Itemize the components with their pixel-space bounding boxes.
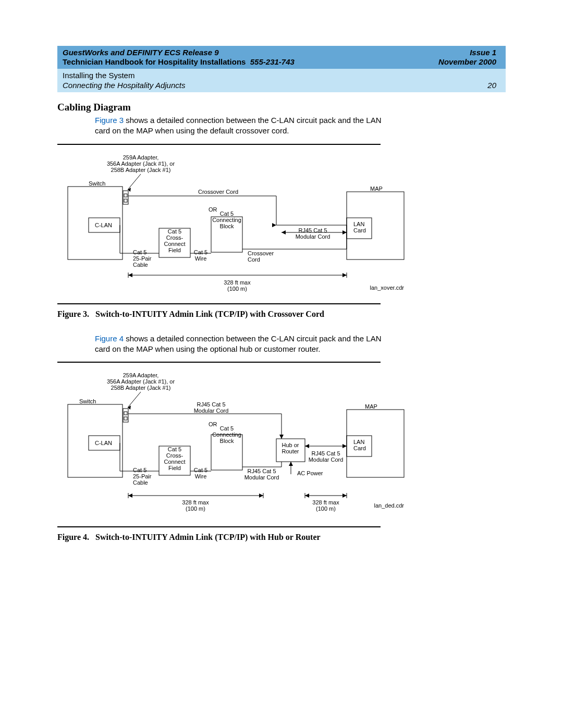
fig3-wire1: Cat 5 xyxy=(194,249,207,255)
document-page: GuestWorks and DEFINITY ECS Release 9 Is… xyxy=(0,0,563,588)
fig3-or: OR xyxy=(209,206,217,213)
fig4-title: Switch-to-INTUITY Admin Link (TCP/IP) wi… xyxy=(95,533,321,541)
horizontal-rule xyxy=(57,144,381,145)
svg-marker-56 xyxy=(128,493,132,498)
fig4-label: Figure 4. xyxy=(57,533,89,541)
svg-rect-32 xyxy=(124,417,127,420)
figure4-ref-link[interactable]: Figure 4 xyxy=(95,334,124,343)
fig3-switch: Switch xyxy=(89,180,105,187)
svg-marker-47 xyxy=(289,462,293,466)
fig4-modcord2: Modular Cord xyxy=(194,408,229,414)
fig4-dist1: 328 ft max xyxy=(182,499,209,505)
fig4-cc2: Cross- xyxy=(166,452,183,459)
fig4-acpower: AC Power xyxy=(297,470,323,476)
svg-marker-27 xyxy=(342,273,347,277)
fig3-xover2: Cord xyxy=(248,256,260,263)
paragraph-figure4-intro: Figure 4 shows a detailed connection bet… xyxy=(95,334,397,355)
fig3-cc3: Connect xyxy=(164,241,186,247)
fig3-rj45b: Modular Cord xyxy=(296,233,331,240)
fig4-adapter2: 356A Adapter (Jack #1), or xyxy=(107,378,175,385)
fig3-dist1: 328 ft max xyxy=(224,279,251,286)
fig3-cat5-c: Block xyxy=(220,223,234,229)
svg-marker-20 xyxy=(342,230,347,235)
fig3-cable2: 25-Pair xyxy=(133,255,152,262)
fig4-clan: C-LAN xyxy=(95,440,112,446)
svg-marker-50 xyxy=(342,444,347,448)
horizontal-rule xyxy=(57,362,381,363)
fig3-filename: lan_xover.cdr xyxy=(370,285,405,291)
fig4-cable2: 25-Pair xyxy=(133,473,152,479)
fig4-or: OR xyxy=(209,421,217,427)
fig4-rj45b: Modular Cord xyxy=(309,456,344,463)
header-row-subtitle: Technician Handbook for Hospitality Inst… xyxy=(57,57,506,69)
header-row-section: Connecting the Hospitality Adjuncts 20 xyxy=(57,80,506,92)
fig3-cable3: Cable xyxy=(133,262,148,268)
fig4-map: MAP xyxy=(365,403,377,410)
fig3-clan: C-LAN xyxy=(95,222,112,228)
svg-marker-26 xyxy=(128,273,132,277)
fig4-rj45a: RJ45 Cat 5 xyxy=(311,450,340,456)
fig4-switch: Switch xyxy=(79,398,96,404)
fig3-cable1: Cat 5 xyxy=(133,249,146,255)
svg-marker-57 xyxy=(259,493,263,498)
fig4-filename: lan_ded.cdr xyxy=(374,502,405,509)
fig3-crossover-label: Crossover Cord xyxy=(198,189,238,195)
svg-rect-3 xyxy=(124,194,127,197)
paragraph-figure4-rest: shows a detailed connection between the … xyxy=(95,334,381,353)
svg-marker-49 xyxy=(305,444,309,448)
svg-marker-61 xyxy=(305,493,309,498)
fig4-cat5-b: Connecting xyxy=(212,431,241,438)
fig3-cc1: Cat 5 xyxy=(168,228,181,235)
figure3-caption: Figure 3. Switch-to-INTUITY Admin Link (… xyxy=(57,310,506,319)
handbook-subtitle: Technician Handbook for Hospitality Inst… xyxy=(63,57,295,66)
fig3-adapter1: 259A Adapter, xyxy=(123,154,159,161)
paragraph-figure3-intro: Figure 3 shows a detailed connection bet… xyxy=(95,115,397,137)
fig3-label: Figure 3. xyxy=(57,310,89,318)
page-header: GuestWorks and DEFINITY ECS Release 9 Is… xyxy=(57,46,506,92)
fig4-dist1b: 328 ft max xyxy=(312,499,339,505)
fig3-wire2: Wire xyxy=(195,255,207,262)
section-path: Connecting the Hospitality Adjuncts xyxy=(63,81,185,90)
svg-line-33 xyxy=(128,392,141,408)
fig4-cable1: Cat 5 xyxy=(133,467,146,473)
header-row-chapter: Installing the System xyxy=(57,69,506,80)
fig4-dist2: (100 m) xyxy=(186,505,205,512)
fig4-cc1: Cat 5 xyxy=(168,446,181,452)
fig3-adapter3: 258B Adapter (Jack #1) xyxy=(111,167,171,173)
paragraph-figure3-rest: shows a detailed connection between the … xyxy=(95,116,381,135)
fig3-rj45a: RJ45 Cat 5 xyxy=(298,227,327,233)
page-number: 20 xyxy=(487,81,496,90)
horizontal-rule xyxy=(57,303,381,304)
fig3-xover1: Crossover xyxy=(248,250,274,256)
issue-number: Issue 1 xyxy=(470,48,496,57)
fig4-hub1: Hub or xyxy=(282,442,299,448)
svg-marker-10 xyxy=(272,223,276,227)
svg-marker-19 xyxy=(282,230,286,235)
figure3-ref-link[interactable]: Figure 3 xyxy=(95,116,124,125)
svg-marker-62 xyxy=(342,493,347,498)
doc-number: 555-231-743 xyxy=(250,57,295,66)
fig4-modcordb2: Modular Cord xyxy=(244,474,279,480)
fig4-cc4: Field xyxy=(168,465,181,471)
fig4-lan1: LAN xyxy=(353,439,364,445)
fig4-hub2: Router xyxy=(282,448,299,454)
fig4-modcord1: RJ45 Cat 5 xyxy=(197,401,225,408)
fig4-wire2: Wire xyxy=(195,473,207,479)
svg-line-5 xyxy=(128,174,141,190)
chapter-title: Installing the System xyxy=(63,71,134,80)
section-title: Cabling Diagram xyxy=(57,102,506,113)
fig3-cc4: Field xyxy=(168,247,181,253)
publish-date: November 2000 xyxy=(438,57,496,66)
fig4-cat5-a: Cat 5 xyxy=(220,425,234,431)
fig4-cat5-c: Block xyxy=(220,438,234,444)
svg-marker-37 xyxy=(279,435,284,439)
fig4-cc3: Connect xyxy=(164,459,186,465)
figure4-diagram: 259A Adapter, 356A Adapter (Jack #1), or… xyxy=(57,368,422,519)
fig3-dist2: (100 m) xyxy=(227,286,247,292)
svg-rect-31 xyxy=(124,412,127,415)
header-row-title: GuestWorks and DEFINITY ECS Release 9 Is… xyxy=(57,46,506,57)
fig4-cable3: Cable xyxy=(133,479,148,486)
fig4-lan2: Card xyxy=(353,445,366,451)
fig4-wire1: Cat 5 xyxy=(194,467,207,473)
fig3-lan1: LAN xyxy=(353,221,364,227)
